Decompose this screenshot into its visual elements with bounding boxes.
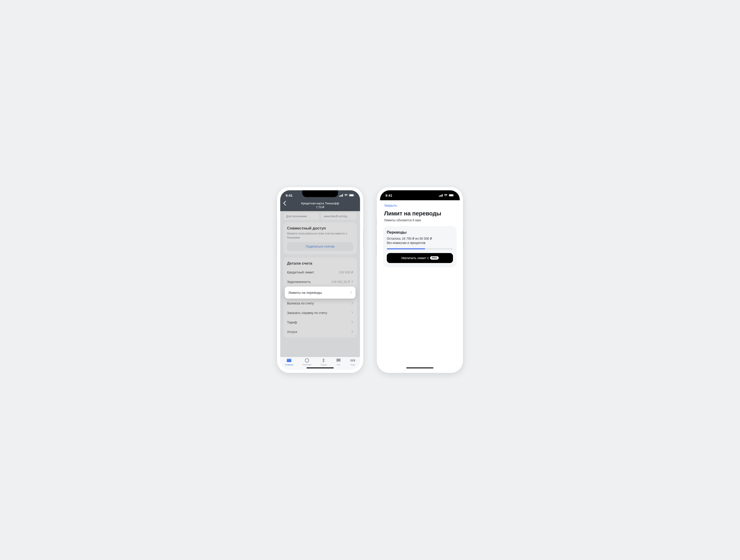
sheet-title: Лимит на переводы [380,209,460,218]
circle-icon [304,358,309,363]
phone-left: 9:41 Кредитная карта Тинь [277,187,363,373]
sheet-subtitle: Лимиты обновятся 6 мая [380,218,460,226]
svg-rect-11 [351,359,352,361]
chevron-right-icon [350,291,352,295]
chevron-right-icon [351,321,353,324]
phone-right: 9:41 Закрыть Лимит на переводы Лимиты об… [377,187,463,373]
svg-rect-17 [442,194,443,197]
svg-rect-20 [454,195,454,196]
svg-rect-19 [449,194,453,196]
cellular-signal-icon [339,194,343,197]
status-time: 9:41 [385,194,392,197]
row-label: Услуги [287,330,297,334]
shared-access-title: Совместный доступ [287,226,353,231]
account-details: Детали счета Кредитный лимит 150 000 ₽ З… [283,257,357,338]
battery-icon [449,194,454,197]
chevron-right-icon [351,302,353,305]
details-title: Детали счета [283,261,357,267]
svg-rect-14 [439,196,440,197]
pro-badge: PRO [430,256,439,260]
svg-rect-2 [341,195,342,197]
row-statement[interactable]: Выписка по счету [283,299,357,308]
wifi-icon [444,194,448,197]
chevron-right-icon [351,311,353,315]
limit-progress-bar [387,248,453,249]
close-button[interactable]: Закрыть [380,200,460,209]
svg-rect-8 [287,359,291,360]
svg-rect-10 [337,359,341,361]
nav-header: Кредитная карта Тинькофф 7,70 ₽ [280,200,360,211]
notch [302,190,338,197]
tab-city[interactable]: Город [320,358,327,366]
row-label: Лимиты на переводы [288,291,322,295]
diamond-icon [321,358,326,363]
limit-progress-fill [387,248,425,249]
row-debt[interactable]: Задолженность 149 992,30 ₽ [283,277,357,287]
svg-rect-15 [440,195,441,197]
limit-card-text: Осталось 18 750 ₽ из 50 000 ₽ без комисс… [387,236,453,245]
tab-label: Главная [285,363,293,366]
svg-rect-16 [441,195,442,197]
row-value: 149 992,30 ₽ [331,280,350,284]
home-indicator[interactable] [306,367,334,368]
svg-rect-3 [342,194,343,197]
shared-access-card: Совместный доступ Можете пользоваться эт… [283,222,357,254]
row-label: Кредитный лимит [287,270,314,274]
back-chevron-icon[interactable] [283,201,286,207]
limit-card-title: Переводы [387,230,453,235]
svg-rect-6 [354,195,355,196]
row-credit-limit[interactable]: Кредитный лимит 150 000 ₽ [283,267,357,277]
tab-chat[interactable]: Чат [336,358,341,366]
row-label: Заказать справку по счету [287,311,327,315]
tab-label: Еще [351,363,355,366]
nav-subtitle: 7,70 ₽ [280,206,360,209]
limit-card: Переводы Осталось 18 750 ₽ из 50 000 ₽ б… [383,226,457,267]
row-services[interactable]: Услуги [283,327,357,337]
tab-more[interactable]: Еще [350,358,355,366]
row-tariff[interactable]: Тариф [283,318,357,327]
limit-remaining: Осталось 18 750 ₽ из 50 000 ₽ [387,237,432,240]
tab-payments[interactable]: Платежи [302,358,311,366]
share-account-button[interactable]: Поделиться счетом [287,242,353,251]
card-icon [287,358,292,363]
chevron-right-icon [351,330,353,334]
tab-home[interactable]: Главная [285,358,293,366]
row-label: Выписка по счету [287,302,314,305]
more-icon [350,358,355,363]
svg-rect-12 [352,359,354,361]
status-time: 9:41 [286,194,292,197]
chevron-right-icon [351,280,353,284]
tab-label: Чат [337,363,340,366]
pro-button-text: Увеличить лимит с [401,256,429,260]
svg-rect-0 [339,196,340,197]
increase-limit-button[interactable]: Увеличить лимит с PRO [387,253,453,263]
shared-access-desc: Можете пользоваться этим счетом вместе с… [287,231,353,239]
chip-topup[interactable]: Для пополнения [283,213,319,220]
chat-icon [336,358,341,363]
wifi-icon [344,194,348,197]
battery-icon [349,194,355,197]
limit-note: без комиссии и процентов [387,241,425,245]
row-value: 150 000 ₽ [339,270,354,274]
svg-rect-1 [340,195,341,197]
row-transfer-limits[interactable]: Лимиты на переводы [285,287,356,299]
tab-label: Город [320,363,327,366]
row-label: Задолженность [287,280,311,284]
svg-point-9 [305,359,309,362]
nav-title: Кредитная карта Тинькофф [280,202,360,205]
cellular-signal-icon [439,194,443,197]
svg-rect-13 [354,359,355,361]
home-indicator[interactable] [406,367,434,368]
svg-rect-5 [349,194,354,196]
row-label: Тариф [287,321,297,324]
notch [402,190,438,197]
tab-label: Платежи [302,363,311,366]
chip-link[interactable]: www.tinkoff.ru/rm/g... [321,213,357,220]
row-order-reference[interactable]: Заказать справку по счету [283,308,357,318]
svg-rect-7 [287,359,291,362]
